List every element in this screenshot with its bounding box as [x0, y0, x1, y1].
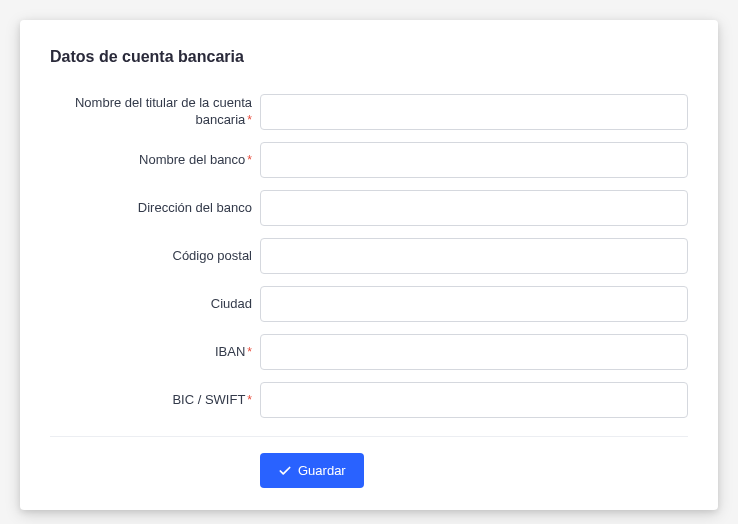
iban-input[interactable] [260, 334, 688, 370]
field-row-bic-swift: BIC / SWIFT* [70, 382, 688, 418]
input-col [260, 94, 688, 130]
city-input[interactable] [260, 286, 688, 322]
required-marker: * [247, 345, 252, 359]
field-row-bank-name: Nombre del banco* [70, 142, 688, 178]
required-marker: * [247, 113, 252, 127]
label-iban: IBAN* [70, 344, 260, 361]
label-city: Ciudad [70, 296, 260, 313]
label-account-holder: Nombre del titular de la cuenta bancaria… [70, 95, 260, 129]
label-text: Ciudad [211, 296, 252, 311]
input-col [260, 286, 688, 322]
check-icon [278, 464, 292, 478]
card-title: Datos de cuenta bancaria [50, 48, 688, 66]
button-row: Guardar [50, 453, 688, 488]
label-bank-address: Dirección del banco [70, 200, 260, 217]
field-row-city: Ciudad [70, 286, 688, 322]
postal-code-input[interactable] [260, 238, 688, 274]
input-col [260, 190, 688, 226]
field-row-bank-address: Dirección del banco [70, 190, 688, 226]
label-text: BIC / SWIFT [172, 392, 245, 407]
divider [50, 436, 688, 437]
field-row-account-holder: Nombre del titular de la cuenta bancaria… [70, 94, 688, 130]
label-bic-swift: BIC / SWIFT* [70, 392, 260, 409]
save-button[interactable]: Guardar [260, 453, 364, 488]
bank-address-input[interactable] [260, 190, 688, 226]
label-text: Nombre del banco [139, 152, 245, 167]
button-offset [50, 453, 260, 488]
label-text: Código postal [173, 248, 253, 263]
field-row-postal-code: Código postal [70, 238, 688, 274]
bic-swift-input[interactable] [260, 382, 688, 418]
label-text: Dirección del banco [138, 200, 252, 215]
label-bank-name: Nombre del banco* [70, 152, 260, 169]
label-text: Nombre del titular de la cuenta bancaria [75, 95, 252, 127]
field-row-iban: IBAN* [70, 334, 688, 370]
input-col [260, 334, 688, 370]
input-col [260, 382, 688, 418]
input-col [260, 142, 688, 178]
bank-account-card: Datos de cuenta bancaria Nombre del titu… [20, 20, 718, 510]
bank-name-input[interactable] [260, 142, 688, 178]
required-marker: * [247, 153, 252, 167]
form-wrapper: Nombre del titular de la cuenta bancaria… [50, 94, 688, 418]
required-marker: * [247, 393, 252, 407]
label-postal-code: Código postal [70, 248, 260, 265]
account-holder-input[interactable] [260, 94, 688, 130]
label-text: IBAN [215, 344, 245, 359]
save-button-label: Guardar [298, 463, 346, 478]
input-col [260, 238, 688, 274]
